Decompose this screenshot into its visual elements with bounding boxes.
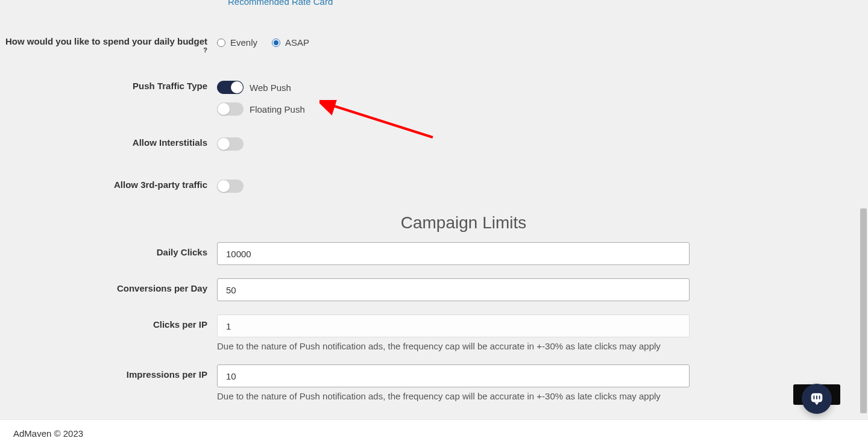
web-push-toggle[interactable] bbox=[217, 81, 244, 94]
radio-asap-input[interactable] bbox=[272, 39, 280, 47]
thirdparty-toggle[interactable] bbox=[217, 180, 244, 193]
web-push-toggle-label: Web Push bbox=[250, 83, 291, 93]
scrollbar-thumb[interactable] bbox=[860, 208, 867, 413]
toggle-knob bbox=[218, 138, 230, 150]
web-push-row: Web Push bbox=[217, 78, 699, 94]
svg-rect-5 bbox=[819, 395, 820, 399]
conversions-label: Conversions per Day bbox=[0, 278, 217, 293]
footer: AdMaven © 2023 bbox=[0, 419, 868, 447]
recommended-rate-card-link[interactable]: Recommended Rate Card bbox=[228, 0, 333, 7]
toggle-knob bbox=[231, 81, 243, 93]
svg-rect-4 bbox=[816, 395, 817, 399]
push-traffic-row: Push Traffic Type Web Push Floating Push bbox=[0, 78, 868, 122]
clicks-ip-row: Clicks per IP Due to the nature of Push … bbox=[0, 314, 868, 351]
push-traffic-controls: Web Push Floating Push bbox=[217, 78, 699, 122]
impressions-ip-helper: Due to the nature of Push notification a… bbox=[217, 391, 699, 401]
daily-clicks-row: Daily Clicks bbox=[0, 242, 868, 265]
clicks-ip-controls: Due to the nature of Push notification a… bbox=[217, 314, 699, 351]
thirdparty-toggle-row bbox=[217, 177, 699, 193]
campaign-limits-section: Campaign Limits bbox=[227, 213, 700, 233]
thirdparty-label: Allow 3rd-party traffic bbox=[0, 177, 217, 190]
radio-asap-label: ASAP bbox=[285, 37, 309, 48]
form-page: Recommended Rate Card How would you like… bbox=[0, 0, 868, 418]
impressions-ip-controls: Due to the nature of Push notification a… bbox=[217, 364, 699, 401]
help-icon[interactable]: ? bbox=[203, 46, 207, 54]
conversions-input[interactable] bbox=[217, 278, 690, 301]
floating-push-toggle-label: Floating Push bbox=[250, 104, 305, 114]
radio-evenly-label: Evenly bbox=[230, 37, 257, 48]
radio-evenly-input[interactable] bbox=[217, 39, 225, 47]
floating-push-toggle[interactable] bbox=[217, 102, 244, 116]
conversions-row: Conversions per Day bbox=[0, 278, 868, 301]
rate-card-row: Recommended Rate Card bbox=[228, 0, 868, 7]
daily-clicks-input[interactable] bbox=[217, 242, 690, 265]
budget-label-text: How would you like to spend your daily b… bbox=[5, 36, 207, 46]
conversions-controls bbox=[217, 278, 699, 301]
svg-rect-3 bbox=[813, 395, 814, 399]
clicks-ip-helper: Due to the nature of Push notification a… bbox=[217, 341, 699, 351]
toggle-knob bbox=[218, 180, 230, 192]
daily-clicks-label: Daily Clicks bbox=[0, 242, 217, 257]
chat-icon bbox=[809, 391, 825, 407]
interstitials-row: Allow Interstitials bbox=[0, 135, 868, 157]
budget-radio-group: Evenly ASAP bbox=[217, 34, 699, 48]
clicks-ip-label: Clicks per IP bbox=[0, 314, 217, 330]
impressions-ip-row: Impressions per IP Due to the nature of … bbox=[0, 364, 868, 401]
thirdparty-controls bbox=[217, 177, 699, 199]
radio-evenly[interactable]: Evenly bbox=[217, 37, 257, 48]
clicks-ip-input[interactable] bbox=[217, 314, 690, 337]
budget-controls: Evenly ASAP bbox=[217, 34, 699, 48]
campaign-limits-title: Campaign Limits bbox=[227, 213, 700, 233]
budget-label: How would you like to spend your daily b… bbox=[0, 34, 217, 58]
chat-launcher[interactable] bbox=[802, 384, 832, 414]
interstitials-controls bbox=[217, 135, 699, 157]
footer-text: AdMaven © 2023 bbox=[13, 428, 83, 439]
impressions-ip-label: Impressions per IP bbox=[0, 364, 217, 380]
scrollbar[interactable] bbox=[859, 0, 868, 418]
floating-push-row: Floating Push bbox=[217, 100, 699, 116]
radio-asap[interactable]: ASAP bbox=[272, 37, 309, 48]
interstitials-label: Allow Interstitials bbox=[0, 135, 217, 148]
push-traffic-label: Push Traffic Type bbox=[0, 78, 217, 91]
toggle-knob bbox=[218, 103, 230, 115]
budget-row: How would you like to spend your daily b… bbox=[0, 34, 868, 58]
impressions-ip-input[interactable] bbox=[217, 364, 690, 387]
thirdparty-row: Allow 3rd-party traffic bbox=[0, 177, 868, 199]
daily-clicks-controls bbox=[217, 242, 699, 265]
interstitials-toggle[interactable] bbox=[217, 137, 244, 151]
interstitials-toggle-row bbox=[217, 135, 699, 151]
